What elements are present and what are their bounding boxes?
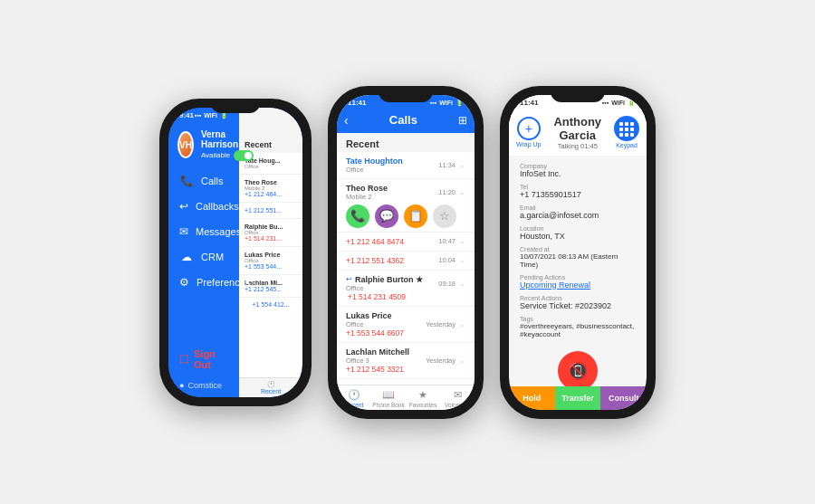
p3-action-buttons: Hold Transfer Consult [509, 386, 647, 410]
p1-user-info: Verna Harrison Available [201, 129, 254, 161]
hold-label: Hold [523, 394, 541, 403]
call-action-star[interactable]: ☆ [433, 204, 456, 228]
item-num: +1 212 551 4362 [346, 256, 438, 265]
list-item[interactable]: +1 212 551... [239, 203, 302, 219]
item-time: 09:18 [438, 280, 455, 288]
p1-navigation: 📞 Calls ↩ Callbacks ✉ Messages ☁ [168, 165, 239, 341]
nav-item-calls[interactable]: 📞 Calls [168, 168, 239, 194]
list-item[interactable]: Ralphie Bu... Office +1 514 231... [239, 219, 302, 247]
p2-call-list: Tate Houghton Office 11:34 ⌄ Theo Rose M… [337, 152, 475, 385]
item-sub: Office [346, 320, 426, 328]
item-num: +1 553 544 6607 [346, 328, 426, 338]
signout-icon: ⬚ [179, 353, 188, 365]
call-item[interactable]: ↩ Ralphie Burton ★ Office 09:18 ⌄ +1 514… [337, 271, 475, 307]
tab-recent[interactable]: 🕐 Recent [337, 389, 371, 408]
item-info: Lukas Price Office +1 553 544 6607 [346, 311, 426, 338]
item-sub: Office [346, 166, 438, 174]
recent-actions-value: Service Ticket: #2023902 [520, 301, 636, 310]
tab-favourites[interactable]: ★ Favourites [406, 389, 440, 408]
item-num: +1 554 412... [244, 301, 297, 308]
nav-item-messages[interactable]: ✉ Messages [168, 219, 239, 244]
item-time: 10:04 [438, 256, 455, 264]
tab-voicemail[interactable]: ✉ Voicemail [440, 389, 475, 408]
call-controls: 📵 [520, 344, 636, 386]
item-name: Ralphie Burton ★ [355, 275, 423, 284]
keypad-button[interactable]: Keypad [614, 116, 639, 148]
call-action-phone[interactable]: 📞 [346, 204, 369, 228]
notch-1 [211, 99, 261, 113]
call-action-note[interactable]: 📋 [404, 204, 427, 228]
transfer-button[interactable]: Transfer [555, 386, 601, 410]
location-value: Houston, TX [520, 232, 636, 241]
tab-recent-label: Recent [345, 402, 364, 408]
chevron-icon: ⌄ [459, 357, 465, 365]
item-name: Theo Rose [244, 179, 297, 185]
p3-contact-details: Company InfoSet Inc. Tel +1 71355901517 … [509, 156, 647, 386]
nav-item-callbacks[interactable]: ↩ Callbacks [168, 194, 239, 219]
p1-username: Verna Harrison [201, 129, 254, 149]
p2-bottom-tabs: 🕐 Recent 📖 Phone Book ★ Favourites ✉ Voi… [337, 385, 475, 410]
p2-title: Calls [349, 113, 458, 127]
messages-icon: ✉ [179, 225, 188, 238]
call-action-message[interactable]: 💬 [375, 204, 398, 228]
field-location: Location Houston, TX [520, 225, 636, 241]
tel-value: +1 71355901517 [520, 190, 636, 199]
contact-name: Anthony Garcia [542, 115, 615, 142]
brand-name: Comstice [187, 381, 222, 390]
tab-phonebook[interactable]: 📖 Phone Book [371, 389, 406, 408]
end-call-button[interactable]: 📵 [558, 351, 598, 386]
p1-tab-recent[interactable]: 🕐 Recent [239, 377, 302, 397]
item-sub: Office 3 [346, 357, 426, 365]
nav-item-preferences[interactable]: ⚙ Preferences [168, 270, 239, 295]
item-info: Lachlan Mitchell Office 3 +1 212 545 332… [346, 347, 426, 374]
notch-2 [379, 86, 433, 102]
item-num: +1 514 231 4509 [346, 292, 406, 301]
chevron-icon: ⌄ [459, 161, 465, 169]
tags-value: #overthreeyears, #businesscontact, #keya… [520, 322, 636, 338]
item-sub: Office [346, 284, 438, 292]
p1-signout[interactable]: ⬚ Sign Out [168, 341, 239, 377]
location-label: Location [520, 225, 636, 232]
pending-value[interactable]: Upcoming Renewal [520, 281, 636, 290]
signout-label: Sign Out [194, 348, 228, 370]
p1-time: 9:41 [179, 111, 194, 119]
chevron-icon: ⌄ [459, 320, 465, 328]
call-item[interactable]: Tate Houghton Office 11:34 ⌄ [337, 152, 475, 179]
item-name: Lukas Price [346, 311, 426, 320]
list-item[interactable]: Theo Rose Mobile 2 +1 212 464... [239, 175, 302, 203]
nav-item-crm[interactable]: ☁ CRM [168, 244, 239, 270]
call-item[interactable]: Lachlan Mitchell Office 3 +1 212 545 332… [337, 343, 475, 379]
company-value: InfoSet Inc. [520, 169, 636, 178]
availability-toggle[interactable] [234, 150, 254, 161]
p2-time: 11:41 [348, 99, 366, 107]
item-num: +1 514 231... [244, 235, 297, 242]
field-tel: Tel +1 71355901517 [520, 184, 636, 199]
call-item[interactable]: +1 212 464 8474 10:47 ⌄ [337, 233, 475, 252]
call-item[interactable]: +1 212 551 4362 10:04 ⌄ [337, 252, 475, 271]
keypad-icon [614, 116, 639, 141]
chevron-icon: ⌄ [459, 188, 465, 196]
callback-icon: ↩ [346, 275, 352, 283]
voicemail-tab-icon: ✉ [454, 389, 462, 401]
consult-button[interactable]: Consult [600, 386, 647, 410]
item-num: +1 212 464... [244, 191, 297, 197]
item-info: Tate Houghton Office [346, 157, 438, 174]
item-name: Lachlan Mitchell [346, 347, 426, 357]
grid-button[interactable]: ⊞ [458, 114, 467, 127]
item-sub: Mobile 2 [346, 193, 438, 201]
p1-status-row: Available [201, 150, 254, 161]
nav-callbacks-label: Callbacks [196, 201, 239, 212]
recent-tab-icon: 🕐 [348, 389, 360, 401]
hold-button[interactable]: Hold [509, 386, 555, 410]
chevron-icon: ⌄ [459, 256, 465, 264]
list-item[interactable]: Lukas Price Office +1 553 544... [239, 247, 302, 275]
field-company: Company InfoSet Inc. [520, 163, 636, 178]
field-email: Email a.garcia@infoset.com [520, 204, 636, 220]
wrap-up-icon: + [517, 117, 541, 140]
wrap-up-button[interactable]: + Wrap Up [516, 117, 542, 147]
preferences-icon: ⚙ [179, 276, 189, 289]
item-info: +1 212 464 8474 [346, 237, 438, 246]
consult-label: Consult [609, 394, 639, 403]
call-item-expanded[interactable]: Theo Rose Mobile 2 11:20 ⌄ 📞 💬 📋 ☆ [337, 179, 475, 233]
call-item[interactable]: Lukas Price Office +1 553 544 6607 Yeste… [337, 307, 475, 343]
